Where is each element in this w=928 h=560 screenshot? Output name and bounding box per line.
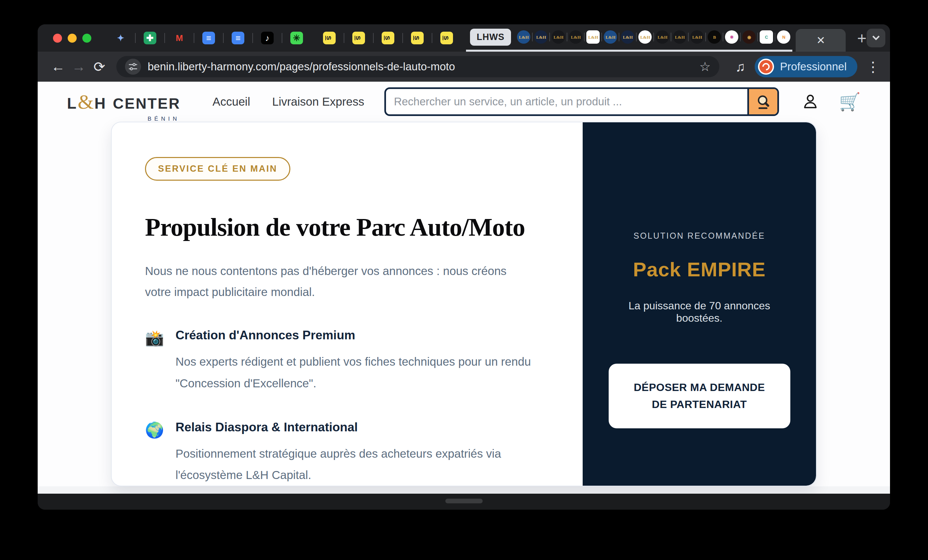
panel-title: Pack EMPIRE [633, 258, 766, 281]
browser-tab[interactable]: s [403, 24, 432, 52]
lh-favicon: L&H [656, 31, 669, 44]
site-header: L & H CENTER BÉNIN Accueil Livraison Exp… [38, 82, 890, 122]
browser-tab[interactable]: ✳ [282, 24, 311, 52]
account-icon[interactable] [801, 92, 820, 111]
feature-text: Positionnement stratégique auprès des ac… [176, 443, 545, 486]
browser-tab[interactable]: C [758, 24, 775, 51]
browser-tab[interactable]: L&H [585, 24, 602, 51]
pinned-tabs: ✦✚M≡≡♪✳ [106, 24, 311, 52]
browser-tab[interactable]: ✚ [135, 24, 165, 52]
tab-search-button[interactable] [867, 29, 885, 47]
logo-name: CENTER [113, 95, 181, 112]
browser-tab[interactable]: L&H [619, 24, 636, 51]
globe-icon: 🌍 [145, 420, 164, 486]
browser-tab[interactable]: L&H [515, 24, 532, 51]
browser-tab[interactable]: L&H [532, 24, 549, 51]
minimize-button[interactable] [68, 34, 77, 43]
lh-favicon: L&H [569, 31, 582, 44]
intro-text: Nous ne nous contentons pas d'héberger v… [145, 260, 532, 302]
tab-group-tabs: L&HL&HL&HL&HL&HL&HL&HL&HL&HL&HL&HB❋◉CN [515, 24, 792, 50]
feature-title: Relais Diaspora & International [176, 420, 545, 434]
lh-media-factory-favicon: L&H [586, 31, 600, 44]
browser-window: ✦✚M≡≡♪✳ sssss LHWS L&HL&HL&HL&HL&HL&HL&H… [38, 24, 890, 510]
browser-tab[interactable]: ≡ [194, 24, 223, 52]
lh-favicon: L&H [621, 31, 634, 44]
page-main: SERVICE CLÉ EN MAIN Propulsion de votre … [38, 122, 890, 486]
search-button[interactable] [747, 89, 777, 114]
logo-country: BÉNIN [148, 116, 180, 122]
gemini-icon: ✦ [114, 32, 127, 44]
zoom-button[interactable] [82, 34, 92, 43]
forward-button[interactable]: → [68, 59, 89, 75]
site-logo[interactable]: L & H CENTER BÉNIN [67, 90, 181, 114]
back-button[interactable]: ← [48, 59, 68, 75]
lh-favicon: L&H [673, 31, 686, 44]
search-icon [755, 93, 772, 110]
cart-icon[interactable]: 🛒 [839, 93, 861, 110]
url-text[interactable]: benin.liberty-harmony.com/pages/professi… [148, 60, 455, 73]
webpage: L & H CENTER BÉNIN Accueil Livraison Exp… [38, 82, 890, 494]
browser-menu-icon[interactable]: ⋮ [866, 59, 880, 75]
tab-group-label[interactable]: LHWS [470, 29, 511, 46]
browser-tab[interactable]: L&H [654, 24, 671, 51]
gmail-icon: M [173, 32, 186, 44]
logo-ampersand: & [78, 90, 94, 114]
partnership-cta-button[interactable]: DÉPOSER MA DEMANDE DE PARTENARIAT [609, 364, 790, 428]
profile-button[interactable]: Professionnel [755, 56, 857, 77]
browser-tab[interactable]: s [314, 24, 344, 52]
unpinned-tabs: sssss [314, 24, 461, 52]
tab-strip: ✦✚M≡≡♪✳ sssss LHWS L&HL&HL&HL&HL&HL&HL&H… [38, 24, 890, 52]
media-controls-icon[interactable]: ♫ [735, 60, 745, 74]
browser-tab[interactable]: L&H [567, 24, 585, 51]
search-bar [384, 87, 779, 116]
feature-annonces-premium: 📸 Création d'Annonces Premium Nos expert… [145, 328, 556, 394]
active-tab[interactable]: ✕ [796, 29, 846, 52]
nav-link-accueil[interactable]: Accueil [213, 95, 250, 108]
service-badge: SERVICE CLÉ EN MAIN [145, 157, 290, 181]
chevron-down-icon [872, 33, 880, 41]
browser-tab[interactable]: L&H [602, 24, 619, 51]
browser-tab[interactable]: L&H [636, 24, 654, 51]
b-favicon: B [708, 31, 721, 44]
browser-tab[interactable]: L&H [549, 24, 567, 51]
site-info-button[interactable] [125, 59, 141, 75]
asterisk-icon: ✳ [290, 32, 303, 44]
new-tab-button[interactable]: + [857, 29, 866, 47]
logo-letter-h: H [94, 94, 106, 112]
bookmark-star-icon[interactable]: ☆ [699, 60, 711, 74]
browser-tab[interactable]: ≡ [223, 24, 253, 52]
browser-tab[interactable]: L&H [688, 24, 706, 51]
browser-tab[interactable]: ◉ [740, 24, 758, 51]
address-bar[interactable]: benin.liberty-harmony.com/pages/professi… [116, 56, 719, 77]
main-nav: Accueil Livraison Express [213, 95, 364, 108]
browser-tab[interactable]: s [373, 24, 403, 52]
browser-tab[interactable]: ❋ [723, 24, 740, 51]
recommended-panel: SOLUTION RECOMMANDÉE Pack EMPIRE La puis… [583, 122, 816, 486]
panel-eyebrow: SOLUTION RECOMMANDÉE [633, 231, 765, 241]
nav-link-livraison-express[interactable]: Livraison Express [272, 95, 364, 108]
search-input[interactable] [386, 89, 747, 114]
browser-tab[interactable]: L&H [671, 24, 688, 51]
feature-title: Création d'Annonces Premium [176, 328, 545, 342]
browser-tab[interactable]: B [706, 24, 723, 51]
browser-tab[interactable]: ♪ [253, 24, 282, 52]
close-button[interactable] [53, 34, 62, 43]
reload-button[interactable]: ⟳ [89, 59, 110, 75]
lh-favicon: L&H [690, 31, 704, 44]
window-controls [53, 34, 92, 43]
cocoon-favicon: C [760, 31, 773, 44]
close-tab-icon[interactable]: ✕ [817, 34, 825, 47]
tab-group-lhws: LHWS L&HL&HL&HL&HL&HL&HL&HL&HL&HL&HL&HB❋… [466, 24, 792, 52]
browser-tab[interactable]: M [165, 24, 194, 52]
logo-letter-l: L [67, 94, 77, 112]
lh-favicon: L&H [604, 31, 617, 44]
yellow-doc-icon: s [411, 32, 424, 44]
feature-relais-diaspora: 🌍 Relais Diaspora & International Positi… [145, 420, 556, 486]
feature-text: Nos experts rédigent et publient vos fic… [176, 351, 545, 394]
browser-tab[interactable]: s [432, 24, 461, 52]
lh-favicon: L&H [517, 31, 530, 44]
browser-tab[interactable]: s [344, 24, 373, 52]
browser-tab[interactable]: ✦ [106, 24, 135, 52]
browser-tab[interactable]: N [775, 24, 792, 51]
window-resize-handle[interactable] [445, 499, 483, 504]
